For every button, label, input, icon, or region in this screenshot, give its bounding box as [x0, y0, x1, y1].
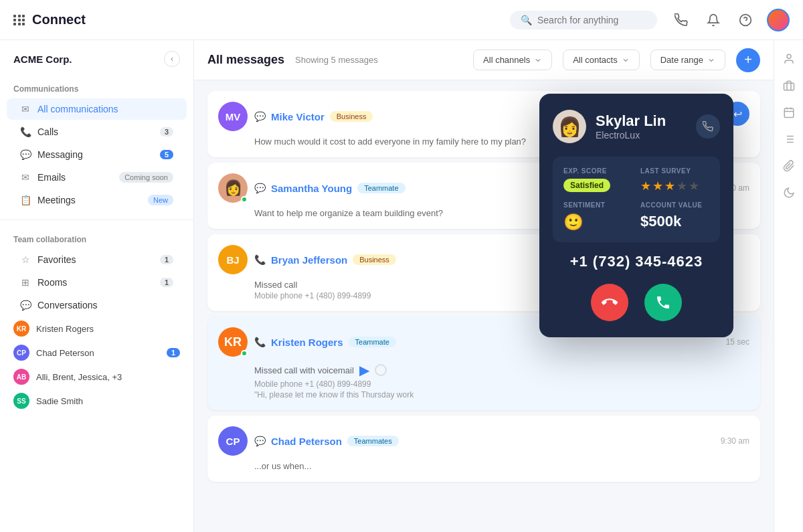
msg-tag: Business: [330, 111, 373, 122]
message-type-icon: 💬: [254, 183, 266, 193]
phone-type-icon: 📞: [254, 254, 266, 265]
contact-label: Kristen Rogers: [36, 324, 180, 334]
msg-info: 📞 Kristen Rogers Teammate: [254, 337, 719, 348]
sentiment-label: SENTIMENT: [563, 201, 632, 209]
record-indicator: [375, 364, 387, 376]
mail-icon: ✉: [20, 172, 31, 183]
answer-button[interactable]: [644, 284, 682, 321]
emails-label: Emails: [37, 172, 112, 183]
rooms-label: Rooms: [37, 277, 153, 288]
phone-type-icon: 📞: [254, 337, 266, 347]
search-input[interactable]: [537, 15, 644, 25]
contact-sadie-smith[interactable]: SS Sadie Smith: [0, 389, 193, 413]
org-name: ACME Corp.: [13, 54, 72, 65]
account-value-block: ACCOUNT VALUE $500k: [640, 201, 709, 232]
list-icon[interactable]: [777, 127, 801, 151]
moon-icon[interactable]: [777, 181, 801, 205]
msg-preview: "Hi, please let me know if this Thursday…: [218, 390, 749, 400]
inbox-icon: ✉: [20, 104, 31, 114]
contact-chad-peterson[interactable]: CP Chad Peterson 1: [0, 341, 193, 365]
contact-avatar: AB: [13, 369, 29, 385]
msg-actions: Missed call with voicemail ▶: [218, 362, 749, 378]
call-buttons: [553, 284, 720, 321]
msg-name: Kristen Rogers: [271, 337, 343, 348]
calls-label: Calls: [37, 126, 153, 137]
sidebar-item-meetings[interactable]: 📋 Meetings New: [7, 189, 187, 211]
sentiment-emoji: 🙂: [563, 213, 584, 231]
exp-score-block: EXP. SCORE Satisfied: [563, 167, 632, 193]
sidebar-item-all-communications[interactable]: ✉ All communications: [7, 98, 187, 120]
right-sidebar: [774, 40, 803, 532]
contact-alli-brent[interactable]: AB Alli, Brent, Jessica, +3: [0, 365, 193, 389]
message-chad-peterson[interactable]: CP 💬 Chad Peterson Teammates 9:30 am ...…: [207, 416, 760, 482]
contact-kristen-rogers[interactable]: KR Kristen Rogers: [0, 317, 193, 341]
main-layout: ACME Corp. ‹ Communications ✉ All commun…: [0, 40, 803, 532]
sidebar-item-rooms[interactable]: ⊞ Rooms 1: [7, 272, 187, 293]
msg-tag: Teammates: [347, 436, 399, 446]
emails-badge: Coming soon: [119, 172, 173, 183]
messaging-label: Messaging: [37, 149, 153, 160]
msg-name: Bryan Jefferson: [271, 254, 347, 266]
person-icon[interactable]: [777, 47, 801, 71]
msg-text: ...or us when...: [218, 461, 749, 471]
collapse-button[interactable]: ‹: [164, 51, 180, 67]
msg-phone: Mobile phone +1 (480) 899-4899: [218, 379, 749, 389]
rooms-icon: ⊞: [20, 277, 31, 288]
search-icon: 🔍: [521, 15, 532, 25]
message-type-icon: 💬: [254, 436, 266, 446]
decline-button[interactable]: [591, 284, 628, 321]
sidebar-item-messaging[interactable]: 💬 Messaging 5: [7, 144, 187, 165]
message-icon: 💬: [20, 149, 31, 160]
sidebar-item-emails[interactable]: ✉ Emails Coming soon: [7, 167, 187, 188]
communications-section-label: Communications: [0, 78, 193, 98]
msg-text: Missed call with voicemail: [254, 365, 354, 375]
filter-date-range[interactable]: Date range: [650, 50, 725, 70]
sidebar-item-favorites[interactable]: ☆ Favorites 1: [7, 249, 187, 270]
msg-tag: Teammate: [357, 183, 405, 193]
svg-rect-3: [784, 108, 794, 118]
star-3: ★: [664, 179, 675, 193]
left-sidebar: ACME Corp. ‹ Communications ✉ All commun…: [0, 40, 194, 532]
help-icon[interactable]: [735, 9, 756, 31]
header: Connect 🔍: [0, 0, 803, 40]
last-survey-block: LAST SURVEY ★ ★ ★ ★ ★: [640, 167, 709, 193]
last-survey-label: LAST SURVEY: [640, 167, 709, 175]
play-button[interactable]: ▶: [359, 362, 369, 378]
msg-header: CP 💬 Chad Peterson Teammates 9:30 am: [218, 426, 749, 456]
add-button[interactable]: +: [736, 48, 760, 72]
building-icon[interactable]: [777, 74, 801, 98]
search-bar[interactable]: 🔍: [510, 11, 657, 29]
call-person: 👩 Skylar Lin ElectroLux: [553, 110, 720, 143]
contact-avatar: SS: [13, 393, 29, 409]
sidebar-item-conversations[interactable]: 💬 Conversations: [7, 294, 187, 316]
star-4: ★: [677, 179, 687, 193]
svg-point-1: [787, 54, 791, 58]
filter-all-channels[interactable]: All channels: [473, 50, 552, 70]
filter-all-contacts[interactable]: All contacts: [563, 50, 639, 70]
call-stats: EXP. SCORE Satisfied LAST SURVEY ★ ★ ★ ★…: [553, 157, 720, 242]
sentiment-block: SENTIMENT 🙂: [563, 201, 632, 232]
bell-icon[interactable]: [703, 9, 724, 31]
msg-avatar: 👩: [218, 173, 248, 203]
logo: Connect: [13, 12, 86, 27]
msg-avatar: BJ: [218, 245, 248, 274]
contact-label: Chad Peterson: [36, 348, 160, 358]
exp-score-value: Satisfied: [563, 179, 610, 192]
meetings-badge: New: [148, 195, 173, 205]
call-avatar: 👩: [553, 110, 586, 143]
sidebar-item-calls[interactable]: 📞 Calls 3: [7, 121, 187, 143]
msg-avatar: MV: [218, 102, 248, 131]
rooms-badge: 1: [160, 278, 173, 287]
clip-icon[interactable]: [777, 154, 801, 178]
sidebar-header: ACME Corp. ‹: [0, 40, 193, 78]
user-avatar[interactable]: [767, 9, 790, 31]
call-phone-icon[interactable]: [696, 114, 720, 139]
msg-avatar: CP: [218, 426, 248, 456]
calls-badge: 3: [160, 127, 173, 137]
all-communications-label: All communications: [37, 104, 173, 114]
msg-name: Chad Peterson: [271, 436, 342, 447]
calendar-icon[interactable]: [777, 100, 801, 124]
main-content: All messages Showing 5 messages All chan…: [194, 40, 774, 532]
phone-icon[interactable]: [671, 9, 692, 31]
favorites-label: Favorites: [37, 254, 153, 265]
